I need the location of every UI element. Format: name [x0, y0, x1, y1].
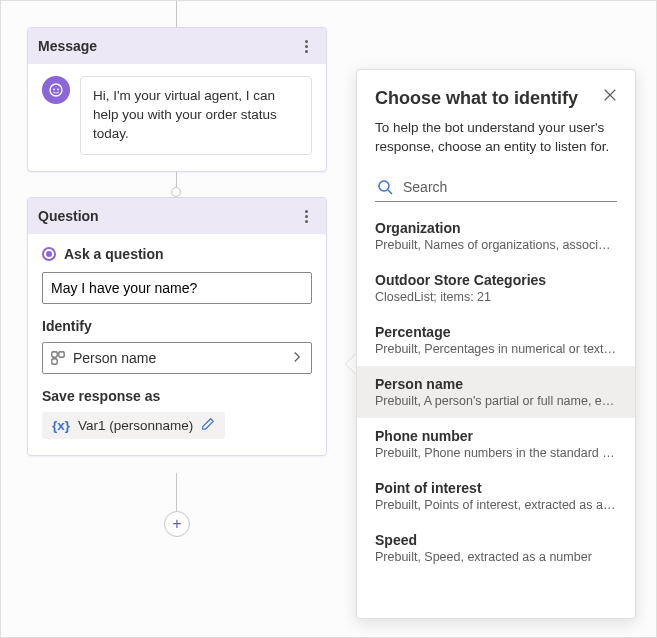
step-indicator-icon	[42, 247, 56, 261]
svg-rect-4	[59, 352, 64, 357]
entity-item-name: Phone number	[375, 428, 617, 444]
variable-icon: {x}	[52, 418, 70, 433]
message-node-header[interactable]: Message	[28, 28, 326, 64]
entity-item-desc: Prebuilt, Names of organizations, associ…	[375, 238, 617, 252]
entity-item[interactable]: Person namePrebuilt, A person's partial …	[357, 366, 635, 418]
entity-item-desc: Prebuilt, Speed, extracted as a number	[375, 550, 617, 564]
entity-item-desc: Prebuilt, Phone numbers in the standard …	[375, 446, 617, 460]
entity-picker-panel: Choose what to identify To help the bot …	[356, 69, 636, 619]
entity-item-name: Outdoor Store Categories	[375, 272, 617, 288]
search-icon	[377, 179, 393, 195]
entity-item[interactable]: OrganizationPrebuilt, Names of organizat…	[357, 210, 635, 262]
svg-point-0	[50, 84, 62, 96]
entity-item[interactable]: PercentagePrebuilt, Percentages in numer…	[357, 314, 635, 366]
ask-question-step: Ask a question	[42, 246, 312, 262]
svg-rect-5	[52, 359, 57, 364]
question-node-header[interactable]: Question	[28, 198, 326, 234]
svg-point-1	[53, 88, 55, 90]
bot-avatar-icon	[42, 76, 70, 104]
variable-chip[interactable]: {x} Var1 (personname)	[42, 412, 225, 439]
entity-item-desc: ClosedList; items: 21	[375, 290, 617, 304]
entity-icon	[51, 351, 65, 365]
entity-item-name: Organization	[375, 220, 617, 236]
entity-item[interactable]: Phone numberPrebuilt, Phone numbers in t…	[357, 418, 635, 470]
identify-label: Identify	[42, 318, 312, 334]
svg-point-6	[379, 181, 389, 191]
entity-item-desc: Prebuilt, Points of interest, extracted …	[375, 498, 617, 512]
entity-search-field[interactable]	[375, 173, 617, 202]
add-node-button[interactable]: +	[164, 511, 190, 537]
entity-list[interactable]: OrganizationPrebuilt, Names of organizat…	[357, 210, 635, 618]
message-bubble[interactable]: Hi, I'm your virtual agent, I can help y…	[80, 76, 312, 155]
chevron-right-icon	[291, 350, 303, 366]
question-node-title: Question	[38, 208, 99, 224]
panel-title: Choose what to identify	[375, 88, 578, 109]
ask-question-label: Ask a question	[64, 246, 164, 262]
identify-entity-selector[interactable]: Person name	[42, 342, 312, 374]
message-node: Message Hi, I'm your virtual agent, I ca…	[27, 27, 327, 172]
question-text-input[interactable]	[42, 272, 312, 304]
panel-description: To help the bot understand your user's r…	[357, 115, 635, 169]
entity-item-name: Percentage	[375, 324, 617, 340]
panel-close-button[interactable]	[603, 88, 617, 106]
question-node-menu-button[interactable]	[296, 206, 316, 226]
question-node: Question Ask a question Identify Person …	[27, 197, 327, 456]
save-response-label: Save response as	[42, 388, 312, 404]
entity-item-desc: Prebuilt, Percentages in numerical or te…	[375, 342, 617, 356]
entity-search-input[interactable]	[403, 179, 615, 195]
message-node-title: Message	[38, 38, 97, 54]
message-node-menu-button[interactable]	[296, 36, 316, 56]
entity-item[interactable]: Outdoor Store CategoriesClosedList; item…	[357, 262, 635, 314]
variable-name: Var1 (personname)	[78, 418, 193, 433]
entity-item-name: Speed	[375, 532, 617, 548]
entity-item-name: Person name	[375, 376, 617, 392]
entity-item[interactable]: Point of interestPrebuilt, Points of int…	[357, 470, 635, 522]
entity-item-desc: Prebuilt, A person's partial or full nam…	[375, 394, 617, 408]
svg-rect-3	[52, 352, 57, 357]
svg-point-2	[57, 88, 59, 90]
edit-variable-button[interactable]	[201, 417, 215, 434]
entity-item[interactable]: SpeedPrebuilt, Speed, extracted as a num…	[357, 522, 635, 574]
panel-pointer	[346, 354, 356, 374]
entity-item-name: Point of interest	[375, 480, 617, 496]
identify-entity-value: Person name	[73, 350, 156, 366]
